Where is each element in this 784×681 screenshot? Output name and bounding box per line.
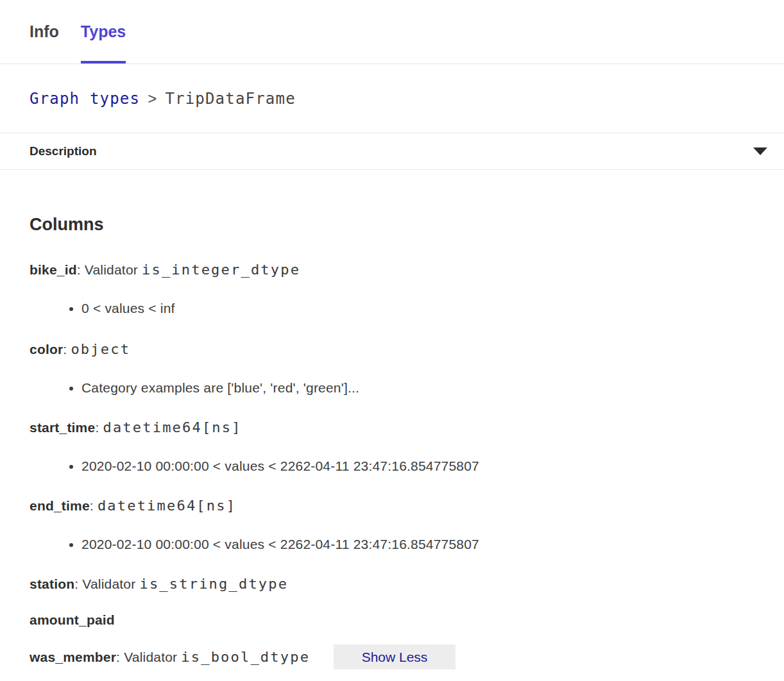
column-entry-bike-id: bike_id: Validator is_integer_dtype	[30, 262, 784, 278]
column-validator-text: :	[95, 420, 103, 435]
tab-types[interactable]: Types	[81, 0, 126, 63]
breadcrumb-current: TripDataFrame	[165, 90, 295, 108]
constraint-item: 0 < values < inf	[81, 301, 784, 316]
column-name: end_time	[30, 498, 90, 513]
columns-section: Columns bike_id: Validator is_integer_dt…	[0, 215, 784, 665]
column-constraints-list: Category examples are ['blue', 'red', 'g…	[30, 380, 784, 396]
breadcrumb-link-graph-types[interactable]: Graph types	[30, 90, 140, 108]
column-entry-color: color: object	[30, 342, 784, 357]
column-entry-end-time: end_time: datetime64[ns]	[30, 498, 784, 514]
column-name: color	[30, 342, 63, 357]
column-name: bike_id	[30, 262, 77, 277]
column-validator-text: : Validator	[116, 650, 181, 664]
column-dtype-code: datetime64[ns]	[98, 498, 236, 514]
column-validator-text: :	[63, 342, 71, 357]
column-dtype-code: is_integer_dtype	[142, 262, 300, 278]
tab-bar: Info Types	[0, 0, 784, 64]
constraint-item: 2020-02-10 00:00:00 < values < 2262-04-1…	[81, 458, 784, 474]
description-section-header[interactable]: Description	[0, 133, 784, 170]
breadcrumb: Graph types > TripDataFrame	[0, 64, 784, 133]
description-title: Description	[30, 144, 97, 158]
column-name: station	[30, 576, 74, 591]
column-constraints-list: 0 < values < inf	[30, 301, 784, 316]
column-validator-text: : Validator	[77, 262, 142, 277]
column-entry-start-time: start_time: datetime64[ns]	[30, 420, 784, 435]
column-constraints-list: 2020-02-10 00:00:00 < values < 2262-04-1…	[30, 537, 784, 552]
constraint-item: Category examples are ['blue', 'red', 'g…	[81, 380, 784, 396]
column-entry-amount-paid: amount_paid	[30, 612, 784, 628]
column-constraints-list: 2020-02-10 00:00:00 < values < 2262-04-1…	[30, 458, 784, 474]
column-name: amount_paid	[30, 612, 115, 627]
column-validator-text: : Validator	[74, 576, 139, 591]
show-less-button[interactable]: Show Less	[334, 644, 456, 669]
constraint-item: 2020-02-10 00:00:00 < values < 2262-04-1…	[81, 537, 784, 552]
column-dtype-code: object	[71, 341, 130, 357]
tab-info[interactable]: Info	[30, 0, 59, 63]
column-name: start_time	[30, 420, 95, 435]
column-name: was_member	[30, 650, 116, 664]
column-dtype-code: is_string_dtype	[139, 576, 288, 592]
column-dtype-code: datetime64[ns]	[103, 419, 241, 435]
column-dtype-code: is_bool_dtype	[181, 649, 310, 665]
column-validator-text: :	[90, 498, 98, 513]
breadcrumb-separator: >	[148, 90, 157, 108]
column-entry-station: station: Validator is_string_dtype	[30, 576, 784, 592]
columns-heading: Columns	[30, 215, 784, 234]
chevron-down-icon[interactable]	[753, 147, 767, 155]
